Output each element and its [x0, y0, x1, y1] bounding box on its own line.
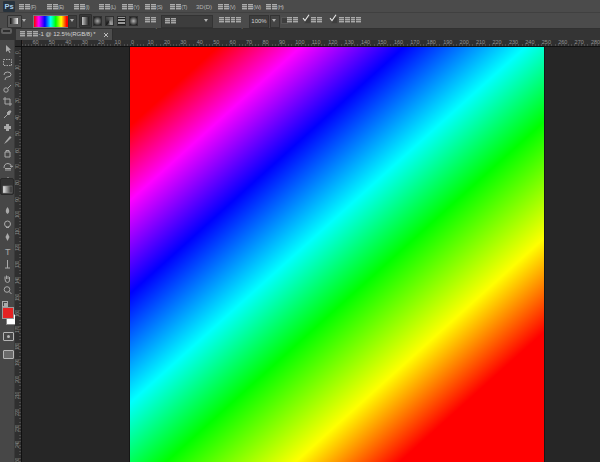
svg-text:T: T: [5, 247, 11, 257]
